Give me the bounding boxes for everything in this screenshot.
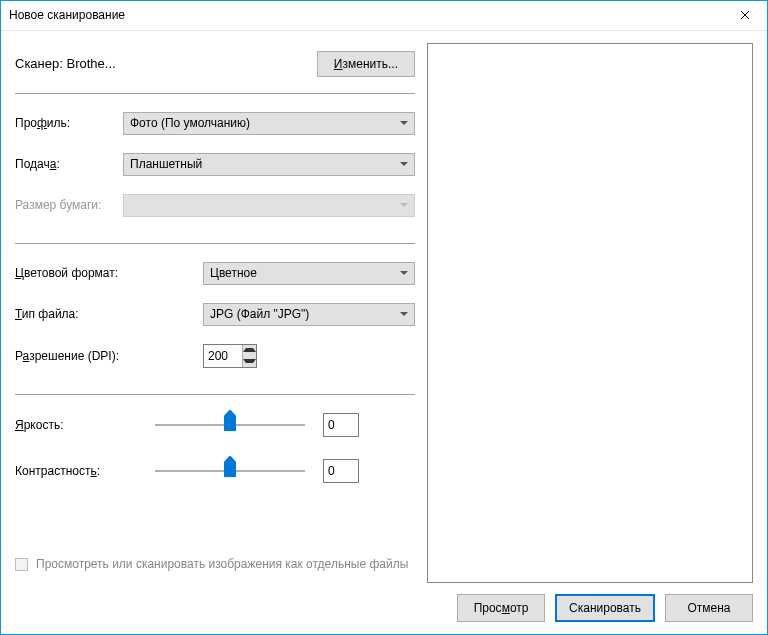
scan-button[interactable]: Сканировать bbox=[555, 594, 655, 622]
change-btn-rest: зменить... bbox=[342, 57, 398, 71]
spinner-down[interactable] bbox=[243, 356, 256, 367]
chevron-down-icon bbox=[400, 121, 408, 125]
slider-thumb[interactable] bbox=[224, 455, 236, 477]
contrast-value[interactable]: 0 bbox=[323, 459, 359, 483]
brightness-value[interactable]: 0 bbox=[323, 413, 359, 437]
divider bbox=[15, 93, 415, 94]
divider bbox=[15, 243, 415, 244]
feeder-label: Подача: bbox=[15, 157, 123, 171]
paper-size-combo bbox=[123, 194, 415, 217]
chevron-down-icon bbox=[400, 271, 408, 275]
dpi-input[interactable] bbox=[204, 345, 242, 367]
separate-files-checkbox bbox=[15, 558, 28, 571]
divider bbox=[15, 394, 415, 395]
file-type-combo[interactable]: JPG (Файл "JPG") bbox=[203, 303, 415, 326]
scan-dialog: Новое сканирование Сканер: Brothe... Изм… bbox=[0, 0, 768, 635]
paper-size-label: Размер бумаги: bbox=[15, 198, 123, 212]
chevron-down-icon bbox=[400, 203, 408, 207]
close-icon bbox=[740, 10, 750, 20]
dialog-footer: Просмотр Сканировать Отмена bbox=[1, 583, 767, 634]
brightness-label: Яркость: bbox=[15, 418, 155, 432]
dpi-spinner[interactable] bbox=[203, 344, 257, 368]
feeder-combo[interactable]: Планшетный bbox=[123, 153, 415, 176]
change-scanner-button[interactable]: Изменить... bbox=[317, 51, 415, 77]
cancel-button[interactable]: Отмена bbox=[665, 594, 753, 622]
separate-files-label: Просмотреть или сканировать изображения … bbox=[36, 557, 408, 571]
chevron-down-icon bbox=[400, 162, 408, 166]
close-button[interactable] bbox=[722, 1, 767, 30]
titlebar: Новое сканирование bbox=[1, 1, 767, 31]
chevron-down-icon bbox=[400, 312, 408, 316]
contrast-slider[interactable] bbox=[155, 460, 305, 482]
scanner-label: Сканер: Brothe... bbox=[15, 56, 116, 71]
file-type-label: Тип файла: bbox=[15, 307, 203, 321]
profile-combo[interactable]: Фото (По умолчанию) bbox=[123, 112, 415, 135]
window-title: Новое сканирование bbox=[9, 8, 722, 22]
preview-panel bbox=[427, 43, 753, 583]
dpi-label: Разрешение (DPI): bbox=[15, 349, 203, 363]
preview-area[interactable] bbox=[427, 43, 753, 583]
spinner-up[interactable] bbox=[243, 345, 256, 356]
color-format-combo[interactable]: Цветное bbox=[203, 262, 415, 285]
color-format-label: Цветовой формат: bbox=[15, 266, 203, 280]
slider-thumb[interactable] bbox=[224, 409, 236, 431]
settings-panel: Сканер: Brothe... Изменить... Профиль: Ф… bbox=[15, 43, 423, 583]
preview-button[interactable]: Просмотр bbox=[457, 594, 545, 622]
brightness-slider[interactable] bbox=[155, 414, 305, 436]
profile-label: Профиль: bbox=[15, 116, 123, 130]
chevron-up-icon bbox=[243, 348, 256, 352]
contrast-label: Контрастность: bbox=[15, 464, 155, 478]
chevron-down-icon bbox=[243, 359, 256, 363]
